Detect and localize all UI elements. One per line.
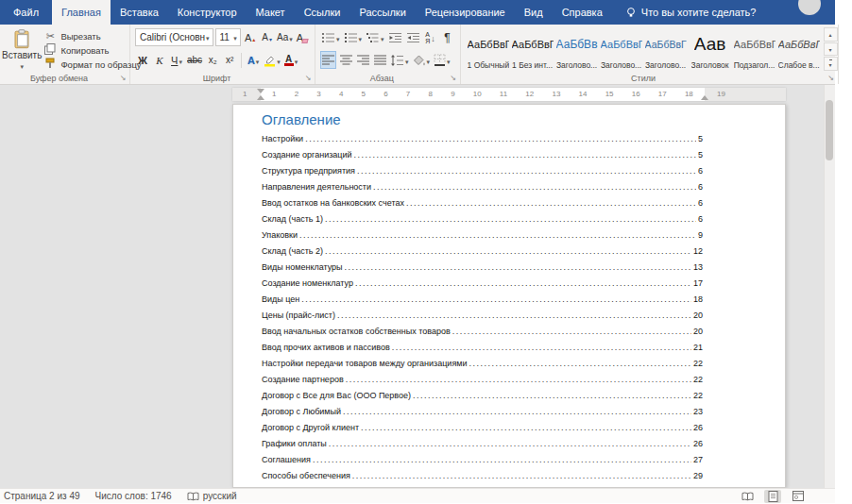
toc-entry[interactable]: Графики оплаты 26: [262, 439, 703, 455]
align-left-button[interactable]: [320, 51, 336, 69]
gallery-scroll-up-button[interactable]: [824, 27, 838, 42]
toc-dot-leader: [325, 214, 696, 224]
toc-entry[interactable]: Настройки 5: [262, 134, 703, 150]
tab-file[interactable]: Файл: [0, 0, 52, 25]
toc-entry[interactable]: Создание номенклатур 17: [262, 278, 703, 294]
tab-layout[interactable]: Макет: [247, 0, 295, 25]
print-layout-button[interactable]: [764, 490, 781, 503]
tab-review[interactable]: Рецензирование: [416, 0, 515, 25]
tell-me-box[interactable]: Что вы хотите сделать?: [625, 0, 757, 25]
horizontal-ruler[interactable]: 1 123456789101112131415161718 19: [232, 88, 786, 101]
toc-entry[interactable]: Настройки передачи товаров между организ…: [262, 359, 703, 375]
tab-insert[interactable]: Вставка: [111, 0, 168, 25]
underline-button[interactable]: Ч: [169, 51, 184, 69]
subscript-button[interactable]: x₂: [205, 51, 220, 69]
borders-button[interactable]: [433, 51, 452, 69]
numbering-button[interactable]: [343, 28, 364, 46]
tab-help[interactable]: Справка: [553, 0, 612, 25]
cut-button[interactable]: Вырезать: [42, 29, 143, 42]
font-color-button[interactable]: А: [283, 51, 299, 69]
scrollbar-thumb[interactable]: [826, 100, 833, 160]
style-heading2[interactable]: АаБбВвГ Заголово...: [600, 27, 643, 71]
text-effects-button[interactable]: А: [246, 51, 261, 69]
styles-dialog-launcher[interactable]: [826, 73, 836, 83]
change-case-button[interactable]: Аа: [277, 28, 293, 46]
tab-references[interactable]: Ссылки: [295, 0, 350, 25]
format-painter-button[interactable]: Формат по образцу: [42, 58, 143, 71]
right-indent-marker[interactable]: [701, 95, 708, 100]
web-layout-button[interactable]: [790, 490, 807, 503]
tab-view[interactable]: Вид: [515, 0, 553, 25]
multilevel-list-button[interactable]: [365, 28, 385, 46]
page-indicator[interactable]: Страница 2 из 49: [4, 491, 80, 501]
sort-button[interactable]: АЯ: [423, 28, 438, 46]
align-center-button[interactable]: [338, 51, 353, 69]
toc-entry[interactable]: Склад (часть 2) 12: [262, 246, 703, 262]
tab-design[interactable]: Конструктор: [168, 0, 247, 25]
toc-entry[interactable]: Направления деятельности 6: [262, 182, 703, 198]
line-spacing-button[interactable]: [389, 51, 410, 69]
language-indicator[interactable]: русский: [187, 491, 237, 501]
gallery-more-button[interactable]: [824, 57, 838, 71]
style-heading3[interactable]: АаБбВвГ Заголово...: [644, 27, 688, 71]
toc-entry[interactable]: Договор с Любимый 23: [262, 407, 703, 423]
font-family-combo[interactable]: Calibri (Основн: [135, 28, 213, 46]
bold-button[interactable]: Ж: [135, 51, 150, 69]
toc-entry[interactable]: Соглашения 27: [262, 455, 703, 471]
paragraph-dialog-launcher[interactable]: [449, 73, 458, 83]
toc-entry[interactable]: Создание партнеров 22: [262, 375, 703, 391]
toc-entry[interactable]: Способы обеспечения 29: [262, 471, 703, 487]
clear-formatting-button[interactable]: А: [295, 28, 310, 46]
toc-entry[interactable]: Создание организаций 5: [262, 150, 703, 166]
document-page[interactable]: Оглавление Настройки 5 Создание организа…: [232, 104, 786, 488]
copy-button[interactable]: Копировать: [42, 43, 143, 57]
clipboard-dialog-launcher[interactable]: [118, 73, 128, 83]
superscript-button[interactable]: x²: [222, 51, 237, 69]
language-label: русский: [203, 491, 237, 501]
justify-button[interactable]: [372, 51, 387, 69]
toc-entry[interactable]: Виды цен 18: [262, 294, 703, 311]
style-title[interactable]: Аав Заголовок: [689, 27, 732, 71]
tab-home[interactable]: Главная: [52, 0, 111, 25]
hanging-indent-marker[interactable]: [257, 95, 264, 100]
tab-mailings[interactable]: Рассылки: [349, 0, 415, 25]
ruler-text-area: 123456789101112131415161718: [261, 88, 705, 101]
show-formatting-button[interactable]: ¶: [440, 28, 455, 46]
shrink-font-button[interactable]: А: [260, 28, 275, 46]
toc-entry[interactable]: Цены (прайс-лист) 20: [262, 311, 703, 327]
toc-entry[interactable]: Структура предприятия 6: [262, 166, 703, 182]
toc-entry[interactable]: Договор с Все для Вас (ООО Первое) 22: [262, 391, 703, 407]
word-window: Файл Главная Вставка Конструктор Макет С…: [0, 0, 852, 504]
style-subtle-emphasis[interactable]: АаБбВвГг Слабое в...: [777, 27, 821, 71]
gallery-scroll-down-button[interactable]: [824, 42, 838, 57]
align-right-button[interactable]: [355, 51, 370, 69]
font-size-combo[interactable]: 11: [215, 28, 241, 46]
toc-entry[interactable]: Ввод прочих активов и пассивов 21: [262, 343, 703, 359]
increase-indent-button[interactable]: [405, 28, 421, 46]
strikethrough-button[interactable]: abc: [186, 51, 203, 69]
toc-entry[interactable]: Упаковки 9: [262, 230, 703, 246]
highlight-color-button[interactable]: [263, 51, 281, 69]
grow-font-button[interactable]: А: [243, 28, 258, 46]
first-line-indent-marker[interactable]: [257, 89, 264, 93]
shading-button[interactable]: [412, 51, 432, 69]
style-heading1[interactable]: АаБбВв Заголово...: [555, 27, 599, 71]
ruler-number: 7: [406, 88, 410, 101]
toc-entry[interactable]: Склад (часть 1) 6: [262, 214, 703, 230]
ruler-number: 13: [552, 88, 560, 101]
decrease-indent-button[interactable]: [387, 28, 403, 46]
read-mode-button[interactable]: [739, 490, 756, 503]
toc-entry[interactable]: Договор с Другой клиент 26: [262, 423, 703, 439]
style-normal[interactable]: АаБбВвГг 1 Обычный: [467, 27, 510, 71]
font-dialog-launcher[interactable]: [303, 73, 313, 83]
style-subtitle[interactable]: АаБбВвГ Подзагол...: [733, 27, 776, 71]
bullets-button[interactable]: [320, 28, 341, 46]
toc-entry[interactable]: Виды номенклатуры 13: [262, 262, 703, 278]
italic-button[interactable]: К: [152, 51, 167, 69]
toc-entry[interactable]: Ввод начальных остатков собственных това…: [262, 327, 703, 343]
style-no-spacing[interactable]: АаБбВвГг 1 Без инт...: [511, 27, 554, 71]
vertical-scrollbar[interactable]: [824, 85, 835, 488]
toc-entry[interactable]: Ввод остатков на банковских счетах 6: [262, 198, 703, 214]
word-count[interactable]: Число слов: 1746: [95, 491, 172, 501]
paste-button[interactable]: Вставить: [2, 27, 42, 71]
